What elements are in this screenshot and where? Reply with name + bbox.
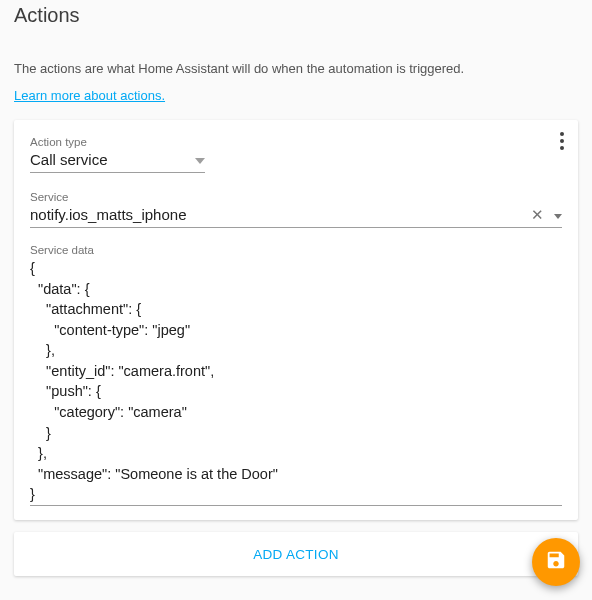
service-data-field: Service data xyxy=(30,244,562,510)
service-label: Service xyxy=(30,191,562,203)
more-vertical-icon xyxy=(560,132,564,150)
service-input-row[interactable]: ✕ xyxy=(30,205,562,228)
chevron-down-icon xyxy=(195,150,205,168)
clear-icon[interactable]: ✕ xyxy=(531,207,544,222)
action-type-field: Action type Call service xyxy=(30,136,205,173)
action-type-select[interactable]: Call service xyxy=(30,150,205,173)
service-data-textarea[interactable] xyxy=(30,258,562,506)
learn-more-link[interactable]: Learn more about actions. xyxy=(14,88,165,103)
service-data-label: Service data xyxy=(30,244,562,256)
action-type-value: Call service xyxy=(30,151,195,168)
save-icon xyxy=(545,549,567,575)
action-type-label: Action type xyxy=(30,136,205,148)
add-action-label: ADD ACTION xyxy=(253,547,339,562)
chevron-down-icon[interactable] xyxy=(554,205,562,223)
service-field: Service ✕ xyxy=(30,191,562,228)
actions-description: The actions are what Home Assistant will… xyxy=(14,61,578,76)
add-action-button[interactable]: ADD ACTION xyxy=(14,532,578,576)
page-title: Actions xyxy=(14,0,578,27)
action-card: Action type Call service Service ✕ Servi… xyxy=(14,120,578,520)
service-input[interactable] xyxy=(30,206,531,223)
save-fab[interactable] xyxy=(532,538,580,586)
action-menu-button[interactable] xyxy=(560,132,564,150)
